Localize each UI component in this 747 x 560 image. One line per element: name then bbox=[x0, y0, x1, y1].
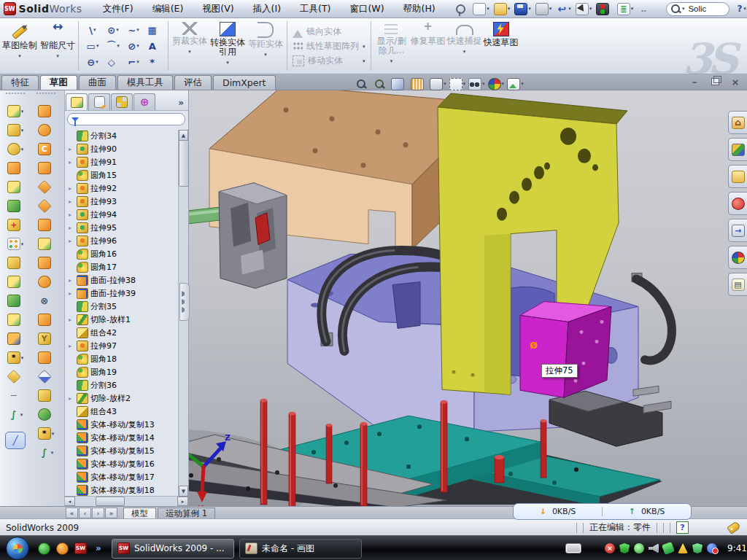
feature-tree-item[interactable]: ▸ 实体-移动/复制13 bbox=[69, 418, 188, 431]
zoom-area-icon[interactable]: ▾ bbox=[374, 79, 389, 90]
panel-more-button[interactable]: » bbox=[178, 98, 187, 110]
taskbar-clock[interactable]: 9:41 bbox=[727, 543, 747, 553]
feature-tree-item[interactable]: ▸ 组合42 bbox=[69, 326, 188, 339]
axis-icon[interactable]: ┄ ▾ bbox=[8, 389, 23, 402]
ribbon-button[interactable]: + 修复草图 ▾ bbox=[410, 18, 446, 74]
doc-minimize-button[interactable]: – bbox=[687, 77, 702, 88]
start-button[interactable] bbox=[6, 537, 29, 560]
scroll-up-button[interactable]: ▲ bbox=[179, 130, 188, 141]
tree-filter-input[interactable] bbox=[67, 113, 185, 125]
boundary-surface-icon[interactable]: ▾ bbox=[38, 181, 55, 193]
appearances-scenes-tab[interactable] bbox=[728, 246, 747, 269]
plane-icon[interactable]: ▾ bbox=[7, 370, 24, 383]
replace-face-icon[interactable]: ▾ bbox=[38, 314, 55, 326]
sketch-entity-button[interactable]: ⊙▾ bbox=[103, 22, 123, 38]
combine-icon[interactable]: ▾ bbox=[7, 314, 24, 326]
print-icon[interactable]: ▾ bbox=[535, 3, 552, 15]
propertymanager-tab[interactable] bbox=[88, 93, 110, 110]
offset-surface-icon[interactable]: ▾ bbox=[38, 238, 55, 250]
feature-tree-item[interactable]: ▸ 圆角19 bbox=[69, 365, 188, 378]
tag-icon[interactable] bbox=[727, 521, 740, 534]
trim-surface-icon[interactable]: ▾ bbox=[38, 370, 55, 383]
feature-tree-item[interactable]: ▸ 切除-放样1 bbox=[69, 313, 188, 326]
quick-launch-solidworks-icon[interactable]: SW bbox=[74, 542, 87, 554]
revolved-boss-icon[interactable]: ▾ bbox=[7, 124, 24, 136]
ime-dots-icon[interactable]: ‥ ▾ bbox=[638, 4, 653, 15]
feature-tree-item[interactable]: ▸ 分割36 bbox=[69, 378, 188, 392]
tray-antivirus-icon[interactable]: × bbox=[605, 543, 615, 553]
options-list-icon[interactable]: ≣ ▾ bbox=[617, 3, 634, 15]
ribbon-tab[interactable]: DimXpert bbox=[213, 75, 276, 90]
quick-launch-messenger-icon[interactable] bbox=[38, 542, 50, 555]
new-document-icon[interactable]: ▾ bbox=[473, 3, 489, 15]
delete-face-icon[interactable]: ⊗ ▾ bbox=[39, 295, 54, 307]
tab-nav-button[interactable]: » bbox=[105, 508, 117, 518]
document-mode-tab[interactable]: 模型 bbox=[123, 508, 156, 519]
tray-network-warning-icon[interactable] bbox=[678, 543, 688, 553]
menu-item[interactable]: 编辑(E) bbox=[151, 1, 185, 17]
ribbon-button[interactable]: 快速捕捉 ▾ bbox=[446, 18, 483, 74]
boss-block-icon[interactable]: ▾ bbox=[7, 181, 24, 193]
scroll-thumb[interactable] bbox=[96, 497, 125, 506]
quick-launch-expand-icon[interactable]: » bbox=[93, 543, 104, 554]
tab-nav-button[interactable]: › bbox=[92, 508, 104, 518]
cut-wedge-icon[interactable]: ▾ bbox=[7, 200, 24, 212]
help-button[interactable]: ?▾ bbox=[737, 4, 746, 14]
expand-arrow-icon[interactable]: ▸ bbox=[69, 146, 74, 152]
custom-properties-tab[interactable]: ▤ bbox=[728, 273, 747, 296]
panel-splitter-handle[interactable] bbox=[179, 283, 190, 321]
feature-tree-item[interactable]: ▸ 组合43 bbox=[69, 405, 188, 418]
taskbar-window-button[interactable]: SW SolidWorks 2009 - ... bbox=[112, 539, 234, 559]
doc-close-button[interactable]: × bbox=[728, 77, 743, 88]
doc-restore-button[interactable] bbox=[708, 77, 722, 88]
feature-tree-item[interactable]: ▸ 拉伸91 bbox=[69, 155, 188, 168]
scroll-thumb[interactable] bbox=[179, 140, 189, 187]
feature-tree-item[interactable]: ▸ 分割34 bbox=[69, 129, 188, 142]
ribbon-tab[interactable]: 模具工具 bbox=[117, 75, 173, 90]
ribbon-tab[interactable]: 评估 bbox=[174, 75, 212, 90]
ribbon-stack-button[interactable]: 镜向实体 ▾ bbox=[293, 25, 365, 38]
ruled-surface-icon[interactable]: Y ▾ bbox=[38, 332, 55, 345]
featuremanager-tab[interactable] bbox=[66, 93, 88, 110]
shell-icon[interactable]: ▾ bbox=[7, 295, 24, 307]
solidworks-resources-tab[interactable]: ⌂ bbox=[728, 111, 747, 134]
tab-nav-button[interactable]: ‹ bbox=[79, 508, 91, 518]
tray-volume-icon[interactable] bbox=[649, 543, 659, 553]
extruded-surface-icon[interactable]: ▾ bbox=[38, 105, 55, 117]
draft-icon[interactable]: ▾ bbox=[7, 276, 24, 288]
tray-guard-icon[interactable] bbox=[692, 543, 703, 553]
quick-tips-help-icon[interactable]: ? bbox=[676, 521, 689, 534]
configurationmanager-tab[interactable] bbox=[111, 93, 133, 110]
feature-tree-item[interactable]: ▸ 实体-移动/复制15 bbox=[69, 444, 188, 457]
expand-arrow-icon[interactable]: ▸ bbox=[69, 238, 74, 244]
zoom-fit-icon[interactable]: ▾ bbox=[355, 79, 371, 90]
feature-tree-item[interactable]: ▸ 圆角16 bbox=[69, 247, 188, 260]
document-mode-tab[interactable]: 运动算例 1 bbox=[158, 508, 215, 519]
ribbon-button[interactable]: 显示/删除几... ▾ bbox=[374, 18, 410, 74]
menu-item[interactable]: 窗口(W) bbox=[348, 1, 385, 17]
ribbon-button[interactable]: 转换实体引用 ▾ bbox=[209, 18, 247, 74]
ribbon-stack-button[interactable]: 线性草图阵列 ▾ bbox=[293, 40, 365, 52]
sketch-entity-button[interactable]: ⊖▾ bbox=[82, 54, 103, 70]
linear-pattern-icon[interactable]: ▾ bbox=[7, 238, 24, 250]
dimxpertmanager-tab[interactable]: ⊕ bbox=[133, 93, 155, 110]
lofted-surface-icon[interactable]: ▾ bbox=[38, 162, 55, 174]
expand-arrow-icon[interactable]: ▸ bbox=[69, 225, 74, 231]
file-explorer-tab[interactable] bbox=[728, 165, 747, 188]
elbow-surface-icon[interactable]: ▾ bbox=[38, 276, 55, 288]
tab-nav-button[interactable]: « bbox=[66, 508, 78, 518]
rib-icon[interactable]: ▾ bbox=[7, 257, 24, 269]
ribbon-tab[interactable]: 草图 bbox=[40, 75, 77, 90]
measure-tool-button-pressed[interactable]: ╱ bbox=[5, 432, 26, 449]
move-copy-body-icon[interactable]: ▾ bbox=[7, 332, 24, 345]
extruded-boss-icon[interactable]: ▾ bbox=[7, 105, 24, 117]
sketch-entity-button[interactable]: ⌒▾ bbox=[103, 38, 123, 54]
feature-tree-item[interactable]: ▸ 拉伸95 bbox=[69, 221, 188, 234]
smart-dimension-button[interactable]: ↔ 智能尺寸▾ bbox=[39, 18, 76, 74]
sketch-entity-button[interactable]: ⌐▾ bbox=[123, 54, 144, 70]
planar-surface-icon[interactable]: ▾ bbox=[38, 219, 55, 231]
feature-tree-item[interactable]: ▸ 实体-移动/复制18 bbox=[69, 483, 188, 496]
extend-surface-icon[interactable]: ▾ bbox=[38, 351, 55, 364]
hide-show-items-icon[interactable]: ▾ bbox=[468, 78, 485, 90]
sketch-button[interactable]: 草图绘制▾ bbox=[0, 18, 39, 74]
